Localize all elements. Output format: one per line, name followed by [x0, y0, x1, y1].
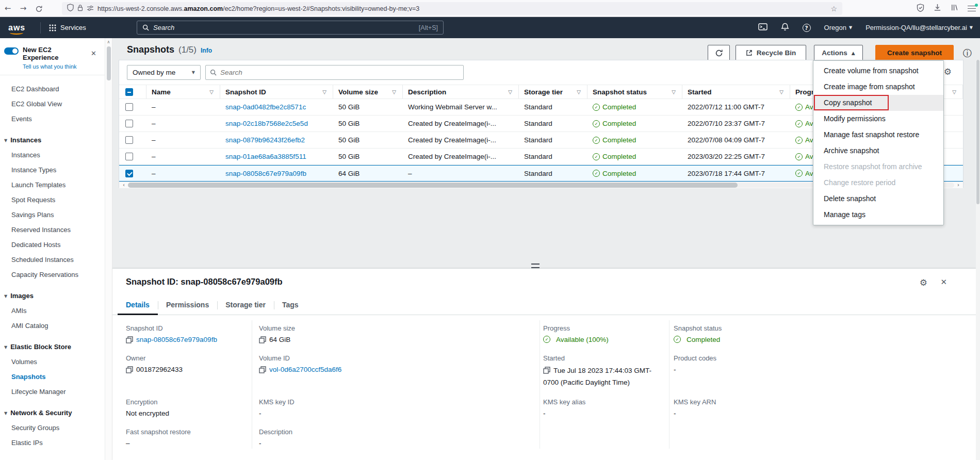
scroll-up-icon[interactable]: ∧: [105, 38, 112, 44]
page-scrollbar[interactable]: [976, 60, 980, 460]
sidebar-section-ebs[interactable]: ▼Elastic Block Store: [0, 338, 105, 354]
sidebar-item-launch-templates[interactable]: Launch Templates: [0, 177, 105, 192]
sidebar-section-instances[interactable]: ▼Instances: [0, 132, 105, 147]
sidebar-item-capacity-reservations[interactable]: Capacity Reservations: [0, 267, 105, 282]
filter-icon[interactable]: ▽: [577, 89, 581, 95]
sidebar-item-volumes[interactable]: Volumes: [0, 354, 105, 369]
menu-item-delete-snapshot[interactable]: Delete snapshot: [813, 191, 943, 207]
copy-icon[interactable]: [259, 336, 266, 345]
filter-icon[interactable]: ▽: [392, 89, 396, 95]
close-icon[interactable]: ✕: [91, 50, 96, 57]
filter-icon[interactable]: ▽: [672, 89, 676, 95]
url-bar[interactable]: https://us-west-2.console.aws.amazon.com…: [62, 2, 842, 15]
filter-icon[interactable]: ▽: [952, 89, 956, 95]
table-settings-gear-icon[interactable]: ⚙: [944, 67, 952, 77]
tab-storage-tier[interactable]: Storage tier: [217, 296, 274, 315]
panel-close-icon[interactable]: ✕: [940, 277, 947, 287]
scrollbar-thumb[interactable]: [128, 183, 738, 188]
aws-logo[interactable]: aws: [8, 23, 29, 32]
sidebar-item-instance-types[interactable]: Instance Types: [0, 162, 105, 177]
sidebar-item-ec2-dashboard[interactable]: EC2 Dashboard: [0, 81, 105, 96]
sidebar-item-instances[interactable]: Instances: [0, 147, 105, 162]
snapshot-id-link[interactable]: snap-08058c67e979a09fb: [225, 170, 306, 177]
filter-icon[interactable]: ▽: [508, 89, 512, 95]
menu-item-manage-tags[interactable]: Manage tags: [813, 207, 943, 223]
download-icon[interactable]: [934, 4, 941, 13]
scrollbar-thumb[interactable]: [976, 60, 979, 204]
sidebar-item-scheduled-instances[interactable]: Scheduled Instances: [0, 252, 105, 267]
menu-item-copy-snapshot[interactable]: Copy snapshot: [813, 95, 943, 111]
scroll-left-icon[interactable]: ‹: [120, 182, 128, 188]
copy-icon[interactable]: [126, 366, 133, 375]
sidebar-scrollbar[interactable]: ∧: [105, 38, 112, 460]
table-search-input[interactable]: [220, 69, 459, 76]
shield-check-icon[interactable]: [917, 4, 924, 14]
select-all-checkbox[interactable]: [125, 88, 133, 96]
sidebar-item-elastic-ips[interactable]: Elastic IPs: [0, 435, 105, 450]
sidebar-item-reserved-instances[interactable]: Reserved Instances: [0, 222, 105, 237]
bookmark-star-icon[interactable]: ☆: [830, 5, 837, 13]
snapshot-id-link[interactable]: snap-08058c67e979a09fb: [136, 336, 217, 343]
help-icon[interactable]: ?: [803, 24, 811, 32]
copy-icon[interactable]: [543, 367, 550, 377]
snapshot-id-link[interactable]: snap-02c18b7568e2c5e5d: [225, 120, 308, 127]
table-search[interactable]: [205, 65, 464, 80]
sidebar-item-security-groups[interactable]: Security Groups: [0, 420, 105, 435]
info-icon[interactable]: ⓘ: [963, 47, 972, 59]
library-icon[interactable]: [951, 4, 958, 13]
back-icon[interactable]: ←: [0, 4, 15, 13]
menu-item-manage-fast-snapshot-restore[interactable]: Manage fast snapshot restore: [813, 127, 943, 143]
snapshot-id-link[interactable]: snap-0ad0482fbe2c8571c: [225, 103, 306, 111]
actions-button[interactable]: Actions ▲: [814, 45, 863, 61]
url-text[interactable]: https://us-west-2.console.aws.amazon.com…: [97, 5, 827, 12]
menu-item-create-image[interactable]: Create image from snapshot: [813, 79, 943, 95]
services-menu[interactable]: Services: [49, 24, 86, 31]
row-checkbox[interactable]: [125, 120, 133, 127]
sidebar-item-savings-plans[interactable]: Savings Plans: [0, 207, 105, 222]
info-link[interactable]: Info: [201, 47, 212, 54]
sidebar-section-images[interactable]: ▼Images: [0, 287, 105, 303]
filter-icon[interactable]: ▽: [209, 89, 214, 95]
menu-icon[interactable]: [968, 6, 976, 12]
row-checkbox[interactable]: [125, 153, 133, 160]
panel-resize-handle[interactable]: [531, 264, 540, 268]
nav-search[interactable]: [Alt+S]: [137, 21, 444, 35]
sidebar-item-ec2-global-view[interactable]: EC2 Global View: [0, 96, 105, 111]
filter-icon[interactable]: ▽: [322, 89, 326, 95]
new-experience-toggle[interactable]: [4, 47, 19, 55]
cloudshell-icon[interactable]: [758, 23, 767, 32]
volume-id-link[interactable]: vol-0d6a2700ccf5da6f6: [269, 366, 341, 373]
row-checkbox[interactable]: [125, 170, 133, 177]
notifications-bell-icon[interactable]: [781, 23, 789, 32]
sidebar-item-ami-catalog[interactable]: AMI Catalog: [0, 318, 105, 333]
copy-icon[interactable]: [126, 336, 133, 345]
sidebar-item-snapshots[interactable]: Snapshots: [0, 369, 105, 384]
sidebar-item-events[interactable]: Events: [0, 111, 105, 126]
menu-item-archive-snapshot[interactable]: Archive snapshot: [813, 143, 943, 159]
create-snapshot-button[interactable]: Create snapshot: [875, 45, 954, 61]
nav-search-input[interactable]: [153, 24, 415, 31]
sidebar-item-amis[interactable]: AMIs: [0, 303, 105, 318]
row-checkbox[interactable]: [125, 136, 133, 144]
reload-icon[interactable]: [31, 4, 46, 13]
tab-permissions[interactable]: Permissions: [158, 296, 217, 315]
banner-feedback-link[interactable]: Tell us what you think: [23, 63, 100, 70]
sidebar-item-dedicated-hosts[interactable]: Dedicated Hosts: [0, 237, 105, 252]
sidebar-item-lifecycle-manager[interactable]: Lifecycle Manager: [0, 384, 105, 399]
tab-details[interactable]: Details: [118, 296, 158, 315]
scrollbar-thumb[interactable]: [107, 46, 111, 80]
ownership-filter-select[interactable]: Owned by me ▼: [127, 65, 201, 80]
menu-item-modify-permissions[interactable]: Modify permissions: [813, 111, 943, 127]
copy-icon[interactable]: [259, 366, 266, 375]
menu-item-create-volume[interactable]: Create volume from snapshot: [813, 63, 943, 79]
snapshot-id-link[interactable]: snap-0879b96243f26efb2: [225, 136, 305, 144]
account-menu[interactable]: Permission-QA/llu@stellarcyber.ai▼: [865, 24, 973, 31]
tracking-shield-icon[interactable]: [67, 4, 74, 13]
sidebar-item-spot-requests[interactable]: Spot Requests: [0, 192, 105, 207]
lock-icon[interactable]: [77, 4, 83, 13]
recycle-bin-button[interactable]: Recycle Bin: [736, 45, 806, 61]
tab-tags[interactable]: Tags: [274, 296, 307, 315]
row-checkbox[interactable]: [125, 103, 133, 111]
forward-icon[interactable]: →: [15, 4, 31, 13]
refresh-button[interactable]: [708, 45, 730, 61]
